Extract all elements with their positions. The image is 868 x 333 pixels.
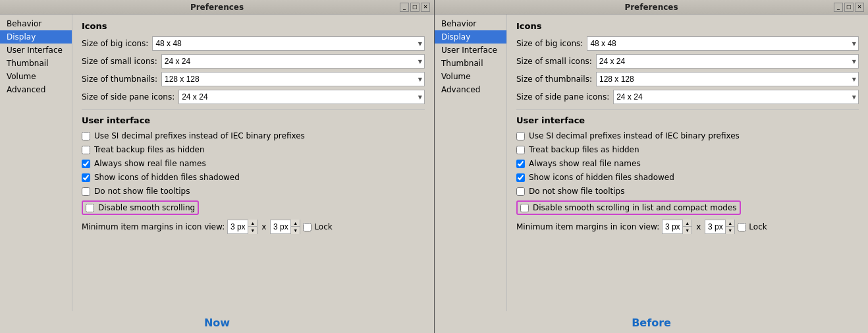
sidepane-row: Size of side pane icons: 24 x 24 — [82, 90, 425, 104]
divider-before — [516, 109, 859, 110]
panel-now: Preferences _ □ ✕ Behavior Display User … — [0, 0, 434, 333]
cb-smooth-scrolling-before-label: Disable smooth scrolling in list and com… — [533, 203, 737, 212]
sidebar-item-behavior[interactable]: Behavior — [0, 17, 72, 30]
ui-section-title: User interface — [82, 115, 425, 125]
cb-lock-before[interactable] — [738, 223, 746, 231]
maximize-btn[interactable]: □ — [410, 3, 420, 12]
minimize-btn[interactable]: _ — [400, 3, 409, 12]
big-icons-label: Size of big icons: — [82, 39, 148, 48]
cb-hidden-shadowed[interactable] — [82, 173, 90, 182]
spin1-up-now[interactable]: ▲ — [248, 220, 257, 227]
panel-before: Preferences _ □ ✕ debugpoint.com Behavio… — [434, 0, 868, 333]
cb-smooth-scrolling-now-label: Disable smooth scrolling — [98, 203, 195, 212]
sidepane-label-before: Size of side pane icons: — [516, 92, 609, 102]
cb-real-names-before[interactable] — [516, 160, 525, 168]
sidepane-select[interactable]: 24 x 24 — [178, 90, 425, 104]
sidebar-item-thumbnail-before[interactable]: Thumbnail — [435, 57, 506, 70]
close-btn[interactable]: ✕ — [421, 3, 430, 12]
panel-body-now: Behavior Display User Interface Thumbnai… — [0, 15, 434, 311]
thumbnails-select-before[interactable]: 128 x 128 — [596, 72, 859, 86]
sidebar-item-userinterface-before[interactable]: User Interface — [435, 44, 506, 57]
sidebar-before: Behavior Display User Interface Thumbnai… — [435, 15, 507, 311]
spin2-up-now[interactable]: ▲ — [290, 220, 300, 227]
big-icons-select-wrapper: 48 x 48 — [152, 36, 425, 51]
titlebar-now: Preferences _ □ ✕ — [0, 0, 434, 15]
maximize-btn-before[interactable]: □ — [844, 3, 854, 12]
checkbox-backup-hidden-before: Treat backup files as hidden — [516, 144, 859, 155]
highlight-smooth-scrolling-now: Disable smooth scrolling — [82, 200, 199, 215]
sidebar-now: Behavior Display User Interface Thumbnai… — [0, 15, 72, 311]
window-controls-before: _ □ ✕ — [834, 3, 864, 12]
small-icons-select-before[interactable]: 24 x 24 — [596, 54, 859, 69]
cb-si-prefixes[interactable] — [82, 132, 90, 140]
sidebar-item-display-before[interactable]: Display — [435, 30, 506, 44]
sidepane-select-before[interactable]: 24 x 24 — [613, 90, 859, 104]
cb-smooth-scrolling-before[interactable] — [520, 204, 529, 212]
cb-backup-hidden-label: Treat backup files as hidden — [94, 145, 205, 154]
cb-no-tooltips-before[interactable] — [516, 187, 525, 196]
cb-si-prefixes-label: Use SI decimal prefixes instead of IEC b… — [94, 131, 305, 140]
lock-label-before: Lock — [749, 222, 767, 231]
sidebar-item-advanced-before[interactable]: Advanced — [435, 83, 506, 96]
spin2-up-before[interactable]: ▲ — [725, 220, 734, 227]
thumbnails-select[interactable]: 128 x 128 — [161, 72, 425, 86]
spin2-down-now[interactable]: ▼ — [290, 227, 300, 234]
small-icons-label: Size of small icons: — [82, 57, 157, 66]
spin1-input-now[interactable] — [228, 220, 248, 233]
sidebar-item-volume[interactable]: Volume — [0, 70, 72, 83]
cb-hidden-shadowed-before[interactable] — [516, 173, 525, 182]
cb-si-prefixes-label-before: Use SI decimal prefixes instead of IEC b… — [529, 131, 740, 140]
spin2-before: ▲ ▼ — [705, 220, 735, 234]
cb-si-prefixes-before[interactable] — [516, 132, 525, 140]
cb-lock-now[interactable] — [303, 223, 312, 231]
spin1-down-now[interactable]: ▼ — [248, 227, 257, 234]
panel-body-before: Behavior Display User Interface Thumbnai… — [435, 15, 868, 311]
icons-section-title: Icons — [82, 21, 425, 31]
sidebar-item-thumbnail[interactable]: Thumbnail — [0, 57, 72, 70]
spin1-input-before[interactable] — [663, 220, 682, 233]
title-before: Preferences — [624, 3, 678, 12]
cb-smooth-scrolling-now[interactable] — [86, 204, 94, 212]
icons-section-title-before: Icons — [516, 21, 859, 31]
cb-backup-hidden-before[interactable] — [516, 146, 525, 154]
cb-hidden-shadowed-label-before: Show icons of hidden files shadowed — [529, 173, 674, 182]
small-icons-select-wrapper-before: 24 x 24 — [596, 54, 859, 69]
checkbox-smooth-scrolling-row-before: Disable smooth scrolling in list and com… — [516, 200, 859, 216]
cb-backup-hidden-label-before: Treat backup files as hidden — [529, 145, 639, 154]
small-icons-row: Size of small icons: 24 x 24 — [82, 54, 425, 69]
close-btn-before[interactable]: ✕ — [855, 3, 864, 12]
spin2-input-now[interactable] — [271, 220, 290, 233]
cb-real-names[interactable] — [82, 160, 90, 168]
spin1-down-before[interactable]: ▼ — [682, 227, 692, 234]
footer-before: Before — [435, 311, 868, 333]
lock-check-now: Lock — [303, 222, 332, 231]
cb-no-tooltips[interactable] — [82, 187, 90, 196]
spin1-buttons-now: ▲ ▼ — [248, 220, 257, 234]
small-icons-select[interactable]: 24 x 24 — [161, 54, 425, 69]
titlebar-before: Preferences _ □ ✕ — [435, 0, 868, 15]
checkbox-smooth-scrolling-row-now: Disable smooth scrolling — [82, 200, 425, 216]
thumbnails-row: Size of thumbnails: 128 x 128 — [82, 72, 425, 86]
big-icons-select-before[interactable]: 48 x 48 — [587, 36, 859, 51]
spin2-input-before[interactable] — [705, 220, 725, 233]
small-icons-label-before: Size of small icons: — [516, 57, 592, 66]
lock-label-now: Lock — [314, 222, 332, 231]
sidebar-item-advanced[interactable]: Advanced — [0, 83, 72, 96]
sidebar-item-behavior-before[interactable]: Behavior — [435, 17, 506, 30]
sidebar-item-volume-before[interactable]: Volume — [435, 70, 506, 83]
sidebar-item-display[interactable]: Display — [0, 30, 72, 44]
sidebar-item-userinterface[interactable]: User Interface — [0, 44, 72, 57]
spin1-up-before[interactable]: ▲ — [682, 220, 692, 227]
spin2-down-before[interactable]: ▼ — [725, 227, 734, 234]
lock-check-before: Lock — [738, 222, 767, 231]
minimize-btn-before[interactable]: _ — [834, 3, 843, 12]
cb-backup-hidden[interactable] — [82, 146, 90, 154]
margins-row-before: Minimum item margins in icon view: ▲ ▼ x… — [516, 220, 859, 234]
checkbox-real-names-before: Always show real file names — [516, 158, 859, 169]
sidepane-select-wrapper-before: 24 x 24 — [613, 90, 859, 104]
sidepane-label: Size of side pane icons: — [82, 92, 175, 102]
big-icons-select[interactable]: 48 x 48 — [152, 36, 425, 51]
cb-no-tooltips-label-before: Do not show file tooltips — [529, 187, 624, 196]
spin2-buttons-before: ▲ ▼ — [725, 220, 734, 234]
highlight-smooth-scrolling-before: Disable smooth scrolling in list and com… — [516, 200, 741, 215]
